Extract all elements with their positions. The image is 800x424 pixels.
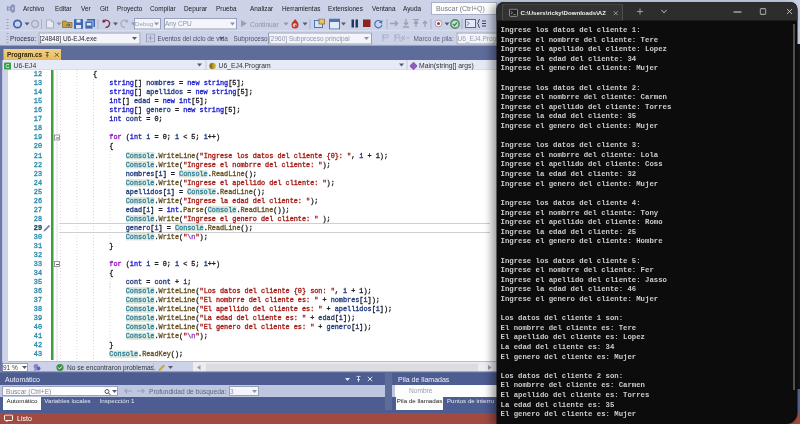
svg-text:C: C bbox=[6, 63, 10, 69]
